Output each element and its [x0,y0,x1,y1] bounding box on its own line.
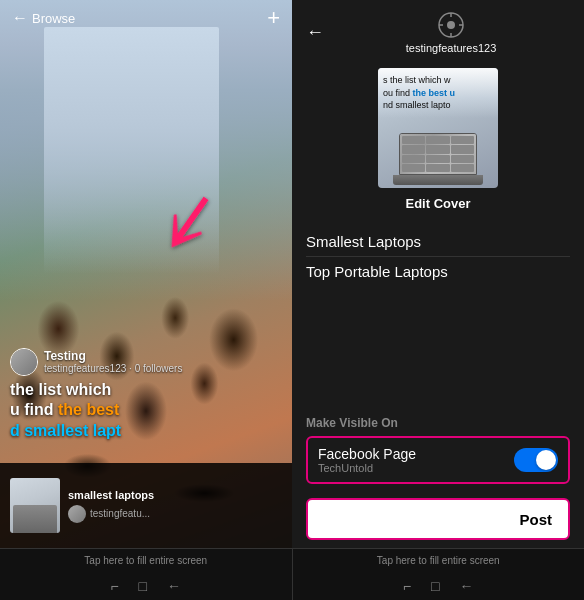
story-title-2: Top Portable Laptops [306,257,570,286]
browse-label: Browse [32,11,75,26]
laptop-in-cover [381,133,495,188]
right-edit-panel: ← testingfeatures123 [292,0,584,548]
story-title-1: Smallest Laptops [306,227,570,257]
laptop-thumbnail [13,505,57,533]
visible-on-section: Make Visible On Facebook Page TechUntold [292,408,584,488]
laptop-base [393,175,483,185]
add-story-button[interactable]: + [267,7,280,29]
browse-button[interactable]: ← Browse [12,9,75,27]
corner-icon-left[interactable]: ⌐ [110,578,118,594]
preview-caption: smallest laptops [68,489,154,501]
square-icon-left[interactable]: □ [139,578,147,594]
bottom-left-tap-text: Tap here to fill entire screen [84,555,207,566]
user-handle-label: testingfeatures123 · 0 followers [44,363,182,374]
facebook-page-sub: TechUntold [318,462,416,474]
bottom-left-half: Tap here to fill entire screen ⌐ □ ← [0,549,292,600]
story-items: Smallest Laptops Top Portable Laptops [292,219,584,408]
header-username: testingfeatures123 [406,42,497,54]
bottom-right-icons: ⌐ □ ← [403,578,474,594]
facebook-toggle[interactable] [514,448,558,472]
post-button[interactable]: Post [306,498,570,540]
svg-point-1 [447,21,455,29]
facebook-page-row[interactable]: Facebook Page TechUntold [306,436,570,484]
left-top-bar: ← Browse + [0,0,292,36]
browse-back-icon: ← [12,9,28,27]
bottom-bar: Tap here to fill entire screen ⌐ □ ← Tap… [0,548,584,600]
laptop-screen [399,133,477,175]
facebook-page-label: Facebook Page [318,446,416,462]
bottom-preview: smallest laptops testingfeatu... [0,463,292,548]
post-label: Post [519,511,552,528]
preview-thumbnail [10,478,60,533]
back-icon-left[interactable]: ← [167,578,181,594]
cover-area: s the list which w ou find the best u nd… [292,60,584,219]
story-text: the list which u find the best d smalles… [10,380,282,442]
bottom-right-tap-text: Tap here to fill entire screen [377,555,500,566]
back-icon-right[interactable]: ← [460,578,474,594]
edit-cover-label: Edit Cover [405,196,470,211]
post-area: Post [292,488,584,548]
user-row: Testing testingfeatures123 · 0 followers [10,348,282,376]
back-button[interactable]: ← [306,22,324,43]
user-text: Testing testingfeatures123 · 0 followers [44,349,182,374]
facebook-text: Facebook Page TechUntold [318,446,416,474]
preview-user-row: testingfeatu... [68,505,154,523]
cover-text-overlay: s the list which w ou find the best u nd… [378,68,498,118]
username-label: Testing [44,349,182,363]
visible-on-label: Make Visible On [306,416,570,430]
cover-image: s the list which w ou find the best u nd… [378,68,498,188]
left-story-info: Testing testingfeatures123 · 0 followers… [0,340,292,458]
reel-icon [436,10,466,40]
preview-info: smallest laptops testingfeatu... [68,489,154,523]
avatar [10,348,38,376]
header-center: testingfeatures123 [332,10,570,54]
left-preview-panel: ← Browse + Testing testingfeatures123 · … [0,0,292,548]
bottom-left-icons: ⌐ □ ← [110,578,181,594]
right-header: ← testingfeatures123 [292,0,584,60]
corner-icon-right[interactable]: ⌐ [403,578,411,594]
preview-avatar [68,505,86,523]
bottom-right-half: Tap here to fill entire screen ⌐ □ ← [292,549,585,600]
toggle-knob [536,450,556,470]
square-icon-right[interactable]: □ [431,578,439,594]
preview-username: testingfeatu... [90,508,150,519]
